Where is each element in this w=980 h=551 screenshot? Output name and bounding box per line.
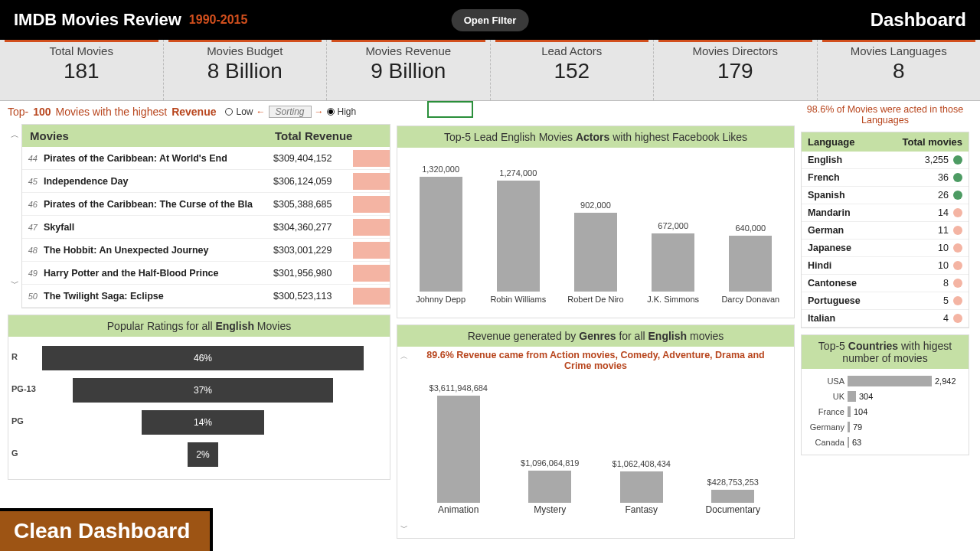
movies-table-header: Movies Total Revenue xyxy=(22,125,390,147)
middle-column: Top-5 Lead English Movies Actors with hi… xyxy=(397,104,795,539)
language-row[interactable]: Cantonese8 xyxy=(802,275,969,292)
left-column: Top-100 Movies with the highest Revenue … xyxy=(8,104,390,539)
language-row[interactable]: Japanese10 xyxy=(802,240,969,257)
languages-panel: Language Total movies English3,255French… xyxy=(801,132,969,328)
rating-bar: 46% xyxy=(42,346,364,370)
actors-title: Top-5 Lead English Movies Actors with hi… xyxy=(397,126,794,148)
col-language: Language xyxy=(808,136,902,148)
table-row[interactable]: 50The Twilight Saga: Eclipse$300,523,113 xyxy=(22,285,390,308)
genre-scroll-up-icon[interactable]: ︿ xyxy=(400,351,410,362)
sort-low-radio[interactable] xyxy=(225,108,233,116)
row-bar xyxy=(353,219,390,236)
country-label: UK xyxy=(808,392,848,401)
row-bar xyxy=(353,265,390,282)
status-dot-icon xyxy=(953,279,962,288)
top100-mid: Movies with the highest xyxy=(56,106,168,118)
row-revenue: $306,124,059 xyxy=(273,176,350,187)
genre-scroll-down-icon[interactable]: ﹀ xyxy=(400,523,410,533)
row-revenue: $301,956,980 xyxy=(273,268,350,279)
clean-dashboard-badge: Clean Dashboard xyxy=(0,508,213,551)
table-row[interactable]: 45Independence Day$306,124,059 xyxy=(22,170,390,193)
language-count: 4 xyxy=(912,313,949,324)
table-row[interactable]: 44Pirates of the Caribbean: At World's E… xyxy=(22,147,390,170)
kpi-card: Lead Actors152 xyxy=(491,40,655,100)
language-count: 10 xyxy=(912,243,949,253)
sort-high-label: High xyxy=(338,106,357,117)
kpi-value: 152 xyxy=(491,59,654,83)
table-row[interactable]: 48The Hobbit: An Unexpected Journey$303,… xyxy=(22,239,390,262)
actors-x-labels: Johnny DeppRobin WilliamsRobert De NiroJ… xyxy=(397,292,794,308)
row-rank: 47 xyxy=(22,223,41,232)
genre-x-label: Animation xyxy=(416,504,501,515)
status-dot-icon xyxy=(953,243,962,253)
language-row[interactable]: French36 xyxy=(802,169,969,187)
actor-x-label: Johnny Depp xyxy=(407,295,475,304)
actors-bar-chart: 1,320,0001,274,000902,000672,000640,000 xyxy=(397,148,794,292)
actor-bar xyxy=(497,181,540,292)
scroll-up-icon[interactable]: ︿ xyxy=(8,129,21,142)
row-revenue: $300,523,113 xyxy=(273,291,350,302)
ratings-panel: Popular Ratings for all English Movies R… xyxy=(8,315,390,480)
actor-bar xyxy=(574,213,617,292)
language-row[interactable]: German11 xyxy=(802,222,969,240)
rating-label: R xyxy=(11,352,18,361)
row-title: Pirates of the Caribbean: At World's End xyxy=(41,153,273,164)
language-row[interactable]: Hindi10 xyxy=(802,257,969,275)
top-movies-table: ︿ ﹀ Movies Total Revenue 44Pirates of th… xyxy=(21,124,390,308)
actor-x-label: Robert De Niro xyxy=(561,295,630,304)
genre-x-label: Fantasy xyxy=(599,504,684,515)
kpi-label: Movies Revenue xyxy=(327,44,490,57)
language-name: German xyxy=(808,225,912,236)
open-filter-button[interactable]: Open Filter xyxy=(452,9,529,31)
genres-title: Revenue generated by Genres for all Engl… xyxy=(397,325,794,347)
country-bar xyxy=(848,422,850,432)
status-dot-icon xyxy=(953,296,962,305)
language-row[interactable]: Italian4 xyxy=(802,310,969,328)
bar-value: 672,000 xyxy=(658,221,688,230)
languages-header: Language Total movies xyxy=(802,132,969,152)
kpi-card: Movies Directors179 xyxy=(654,40,818,100)
language-row[interactable]: Spanish26 xyxy=(802,187,969,204)
country-bar xyxy=(848,391,856,402)
language-count: 26 xyxy=(912,190,949,201)
language-name: English xyxy=(808,155,912,165)
country-value: 304 xyxy=(859,392,873,401)
kpi-card: Total Movies181 xyxy=(0,40,164,100)
language-row[interactable]: Mandarin14 xyxy=(802,204,969,222)
row-bar xyxy=(353,288,390,305)
row-rank: 44 xyxy=(22,154,41,163)
country-row: UK304 xyxy=(803,389,967,404)
language-count: 11 xyxy=(912,225,949,236)
genre-bar xyxy=(437,396,480,503)
genre-x-label: Mystery xyxy=(508,504,592,515)
row-rank: 49 xyxy=(22,269,41,278)
kpi-label: Movies Budget xyxy=(164,44,327,57)
top100-pre: Top- xyxy=(8,106,28,118)
country-label: Canada xyxy=(808,438,848,447)
sort-low-label: Low xyxy=(236,106,253,117)
sort-high-radio[interactable] xyxy=(327,108,335,116)
bar-value: 1,274,000 xyxy=(499,168,537,178)
language-row[interactable]: English3,255 xyxy=(802,152,969,169)
kpi-label: Movies Languages xyxy=(818,44,981,57)
table-row[interactable]: 46Pirates of the Caribbean: The Curse of… xyxy=(22,193,390,216)
col-total-movies: Total movies xyxy=(902,136,962,148)
row-rank: 45 xyxy=(22,177,41,186)
language-name: Mandarin xyxy=(808,207,912,218)
scroll-down-icon[interactable]: ﹀ xyxy=(8,278,21,290)
status-dot-icon xyxy=(953,173,962,182)
language-count: 3,255 xyxy=(912,155,949,165)
genre-bar xyxy=(620,471,663,503)
language-name: Portuguese xyxy=(808,295,912,306)
status-dot-icon xyxy=(953,261,962,270)
kpi-value: 8 Billion xyxy=(164,59,327,83)
language-row[interactable]: Portuguese5 xyxy=(802,292,969,310)
top100-n: 100 xyxy=(33,106,51,118)
kpi-label: Lead Actors xyxy=(491,44,654,57)
kpi-value: 179 xyxy=(654,59,817,83)
language-count: 10 xyxy=(912,260,949,271)
bar-value: 1,320,000 xyxy=(422,165,459,174)
table-row[interactable]: 49Harry Potter and the Half-Blood Prince… xyxy=(22,262,390,285)
table-row[interactable]: 47Skyfall$304,360,277 xyxy=(22,216,390,239)
language-name: French xyxy=(808,172,912,183)
